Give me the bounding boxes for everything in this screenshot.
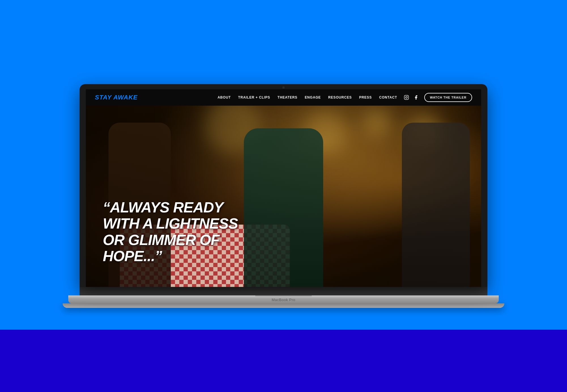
hero-quote: “ALWAYS READY WITH A LIGHTNESS OR GLIMME… (103, 199, 256, 264)
laptop-feet (63, 303, 504, 308)
hero-section: “ALWAYS READY WITH A LIGHTNESS OR GLIMME… (86, 106, 481, 287)
svg-point-1 (406, 97, 407, 98)
page-background: STAY AWAKE ABOUT TRAILER + CLIPS THEATER… (0, 0, 567, 392)
laptop-model-label: MacBook Pro (272, 298, 295, 302)
navbar: STAY AWAKE ABOUT TRAILER + CLIPS THEATER… (86, 89, 481, 106)
camera-dot (282, 86, 285, 89)
nav-about[interactable]: ABOUT (218, 95, 231, 99)
nav-social-icons (404, 95, 419, 100)
hinge-line (255, 295, 312, 296)
laptop-mockup: STAY AWAKE ABOUT TRAILER + CLIPS THEATER… (80, 84, 487, 308)
website-screen: STAY AWAKE ABOUT TRAILER + CLIPS THEATER… (86, 89, 481, 287)
nav-press[interactable]: PRESS (359, 95, 372, 99)
figure-right (402, 123, 470, 287)
figure-center (244, 128, 323, 287)
nav-trailer-clips[interactable]: TRAILER + CLIPS (238, 95, 270, 99)
facebook-icon[interactable] (413, 95, 419, 100)
svg-rect-0 (404, 95, 409, 100)
site-logo[interactable]: STAY AWAKE (95, 94, 138, 101)
watch-trailer-button[interactable]: WATCH THE TRAILER (424, 93, 472, 102)
nav-engage[interactable]: ENGAGE (305, 95, 321, 99)
nav-contact[interactable]: CONTACT (379, 95, 397, 99)
laptop-chin (80, 287, 487, 295)
nav-theaters[interactable]: THEATERS (278, 95, 297, 99)
laptop-screen-bezel: STAY AWAKE ABOUT TRAILER + CLIPS THEATER… (80, 84, 487, 287)
nav-links: ABOUT TRAILER + CLIPS THEATERS ENGAGE RE… (218, 95, 397, 99)
instagram-icon[interactable] (404, 95, 409, 100)
laptop-base: MacBook Pro (68, 295, 499, 303)
svg-point-2 (407, 96, 408, 97)
nav-resources[interactable]: RESOURCES (328, 95, 352, 99)
